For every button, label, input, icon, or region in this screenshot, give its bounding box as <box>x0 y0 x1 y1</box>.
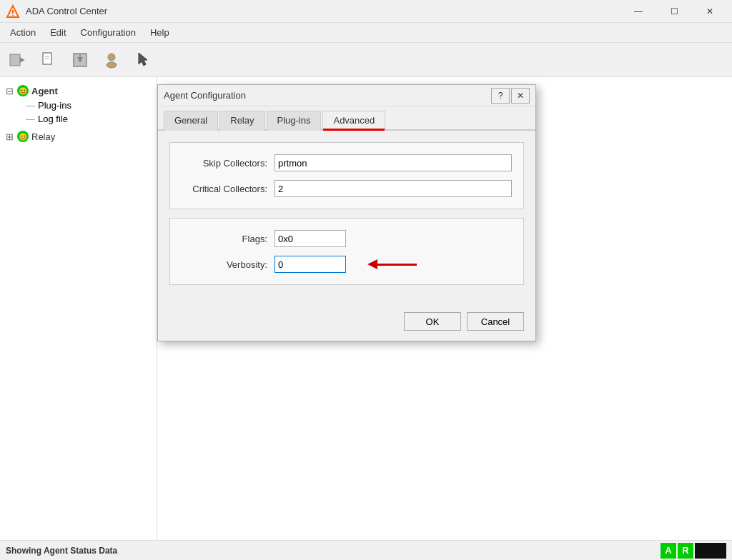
critical-collectors-label: Critical Collectors: <box>182 184 274 194</box>
cancel-button[interactable]: Cancel <box>467 312 524 331</box>
badge-r: R <box>678 543 693 559</box>
critical-collectors-input[interactable] <box>274 180 512 197</box>
logfile-label: Log file <box>38 114 68 124</box>
plugins-label: Plug-ins <box>38 100 71 111</box>
status-text: Showing Agent Status Data <box>6 546 117 556</box>
tab-plugins[interactable]: Plug-ins <box>267 111 322 131</box>
badge-black <box>695 543 726 559</box>
badge-a: A <box>661 543 676 559</box>
tree-item-relay[interactable]: ⊞ 😊 Relay <box>0 129 157 144</box>
skip-collectors-label: Skip Collectors: <box>182 158 274 169</box>
dialog-help-button[interactable]: ? <box>491 88 510 104</box>
skip-collectors-input[interactable] <box>274 154 512 171</box>
svg-point-12 <box>108 54 115 61</box>
svg-point-2 <box>12 14 14 16</box>
agent-toolbar-button[interactable] <box>97 46 126 74</box>
arrow-line <box>377 264 417 266</box>
red-arrow <box>367 259 417 269</box>
ok-button[interactable]: OK <box>404 312 461 331</box>
flags-input[interactable] <box>274 230 346 247</box>
menu-bar: Action Edit Configuration Help <box>0 23 732 43</box>
tree-item-logfile[interactable]: — Log file <box>0 112 157 126</box>
agent-label: Agent <box>31 86 58 96</box>
agent-configuration-dialog: Agent Configuration ? ✕ General Relay Pl… <box>157 84 536 341</box>
flags-section: Flags: Verbosity: <box>169 218 524 285</box>
main-content: ⊟ 😊 Agent — Plug-ins — Log file ⊞ 😊 Rela… <box>0 77 732 540</box>
window-title: ADA Control Center <box>26 6 622 16</box>
flags-label: Flags: <box>182 234 274 244</box>
tree-item-plugins[interactable]: — Plug-ins <box>0 99 157 112</box>
svg-rect-3 <box>10 54 20 66</box>
verbosity-label: Verbosity: <box>182 259 274 270</box>
exit-toolbar-button[interactable] <box>3 46 31 74</box>
toolbar <box>0 43 732 77</box>
close-button[interactable]: ✕ <box>693 0 726 23</box>
collectors-section: Skip Collectors: Critical Collectors: <box>169 142 524 209</box>
minimize-button[interactable]: — <box>622 0 655 23</box>
dialog-title-bar: Agent Configuration ? ✕ <box>158 85 535 106</box>
tree-expand-agent[interactable]: ⊟ <box>6 86 16 96</box>
restore-button[interactable]: ☐ <box>658 0 691 23</box>
refresh-toolbar-button[interactable] <box>66 46 94 74</box>
svg-point-13 <box>107 62 117 68</box>
pointer-toolbar-button[interactable] <box>129 46 157 74</box>
verbosity-input[interactable] <box>274 256 346 273</box>
status-badges: A R <box>661 543 726 559</box>
dialog-footer: OK Cancel <box>158 305 535 341</box>
relay-label: Relay <box>31 131 55 142</box>
dialog-close-button[interactable]: ✕ <box>511 88 530 104</box>
menu-edit[interactable]: Edit <box>43 24 73 41</box>
critical-collectors-row: Critical Collectors: <box>182 180 512 197</box>
window-controls: — ☐ ✕ <box>622 0 726 23</box>
tree-item-agent[interactable]: ⊟ 😊 Agent <box>0 83 157 99</box>
status-bar: Showing Agent Status Data A R <box>0 540 732 560</box>
title-bar: ADA Control Center — ☐ ✕ <box>0 0 732 23</box>
tree-expand-relay[interactable]: ⊞ <box>6 131 16 142</box>
menu-help[interactable]: Help <box>143 24 177 41</box>
new-toolbar-button[interactable] <box>34 46 63 74</box>
sidebar: ⊟ 😊 Agent — Plug-ins — Log file ⊞ 😊 Rela… <box>0 77 157 540</box>
menu-configuration[interactable]: Configuration <box>74 24 143 41</box>
relay-status-icon: 😊 <box>17 131 29 142</box>
verbosity-row: Verbosity: <box>182 256 512 273</box>
skip-collectors-row: Skip Collectors: <box>182 154 512 171</box>
dialog-tabs: General Relay Plug-ins Advanced <box>158 106 535 131</box>
arrow-head <box>367 259 377 269</box>
tab-relay[interactable]: Relay <box>219 111 264 131</box>
dialog-title: Agent Configuration <box>164 90 491 101</box>
svg-marker-14 <box>139 53 147 66</box>
dialog-title-controls: ? ✕ <box>491 88 530 104</box>
tab-general[interactable]: General <box>164 111 218 131</box>
agent-status-icon: 😊 <box>17 85 29 96</box>
menu-action[interactable]: Action <box>3 24 43 41</box>
tab-advanced[interactable]: Advanced <box>322 111 385 131</box>
flags-row: Flags: <box>182 230 512 247</box>
dialog-body: Skip Collectors: Critical Collectors: Fl… <box>158 131 535 305</box>
app-logo <box>6 4 20 19</box>
